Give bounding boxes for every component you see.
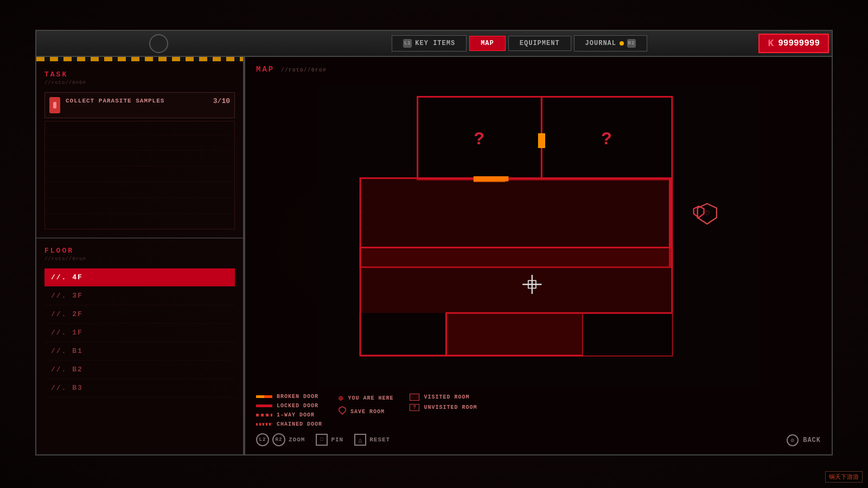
task-empty-rows [44, 121, 235, 229]
pin-control[interactable]: □ PIN [316, 434, 343, 446]
task-section-title: TASK [44, 70, 235, 79]
pin-label: PIN [331, 436, 343, 443]
task-name: COLLECT PARASITE SAMPLES [66, 97, 208, 105]
floor-item-4f[interactable]: //. 4F [44, 268, 235, 287]
top-nav-bar: L1 KEY ITEMS MAP EQUIPMENT JOURNAL R2 K … [35, 30, 833, 57]
floor-item-2f[interactable]: //. 2F [44, 305, 235, 324]
task-item: COLLECT PARASITE SAMPLES 3/10 [44, 92, 235, 118]
yellow-stripe-decoration [36, 57, 243, 61]
tab-map[interactable]: MAP [469, 36, 506, 51]
nav-tabs: L1 KEY ITEMS MAP EQUIPMENT JOURNAL R2 [280, 35, 758, 52]
l1-indicator: L1 [403, 39, 412, 48]
map-area-title: MAP //roto//0ro# [256, 65, 327, 74]
legend-oneway-door: 1-WAY DOOR [256, 412, 322, 418]
zoom-label: ZOOM [289, 436, 305, 443]
svg-rect-6 [539, 133, 545, 147]
tab-journal[interactable]: JOURNAL R2 [574, 35, 647, 52]
triangle-btn: △ [354, 434, 366, 446]
left-panel: TASK //roto//0#0# COLLECT PARASITE SAMPL… [35, 57, 244, 455]
reset-label: RESET [369, 436, 390, 443]
legend-broken-door: BROKEN DOOR [256, 394, 322, 400]
legend-visited-room-box [410, 394, 419, 401]
map-area-subtitle: //roto//0ro# [281, 67, 327, 73]
bottom-controls: L2 R2 ZOOM □ PIN △ RESET [256, 433, 821, 446]
r2-indicator: R2 [627, 39, 636, 48]
back-label: BACK [803, 436, 821, 444]
back-button[interactable]: ◎ BACK [787, 434, 821, 446]
floor-section: FLOOR //roto//0ro# //. 4F //. 3F //. 2F … [36, 237, 243, 406]
svg-rect-25 [474, 176, 509, 181]
r2-badge: R2 [272, 433, 285, 446]
task-section-subtitle: //roto//0#0# [44, 80, 235, 86]
legend-chained-door-line [256, 423, 272, 426]
svg-text:?: ? [601, 130, 612, 150]
legend-save-room: SAVE ROOM [339, 406, 393, 417]
task-icon [49, 97, 60, 113]
currency-display: K 99999999 [758, 34, 829, 53]
floor-item-1f[interactable]: //. 1F [44, 324, 235, 342]
svg-text:♡: ♡ [704, 209, 710, 219]
circle-btn: ◎ [787, 434, 799, 446]
legend-you-are-here: ⊕ YOU ARE HERE [339, 394, 393, 403]
legend-visited-room: VISITED ROOM [410, 394, 477, 401]
legend-locked-door: LOCKED DOOR [256, 403, 322, 409]
map-area: MAP //roto//0ro# ? ? [244, 57, 833, 455]
l2-badge: L2 [256, 433, 269, 446]
floor-section-title: FLOOR [44, 247, 235, 255]
nav-left-area [36, 34, 280, 53]
svg-rect-15 [360, 313, 446, 356]
save-room-shield-icon [339, 406, 346, 417]
floor-item-b3[interactable]: //. B3 [44, 379, 235, 397]
nav-circle-decoration [149, 34, 168, 53]
svg-rect-19 [446, 313, 583, 356]
task-section: TASK //roto//0#0# COLLECT PARASITE SAMPL… [36, 62, 243, 237]
svg-rect-20 [583, 313, 672, 356]
svg-text:?: ? [474, 130, 485, 150]
legend-col-1: BROKEN DOOR LOCKED DOOR 1-WAY DOOR CHAIN… [256, 394, 322, 427]
legend-broken-door-line [256, 395, 272, 398]
zoom-control[interactable]: L2 R2 ZOOM [256, 433, 305, 446]
legend-chained-door: CHAINED DOOR [256, 421, 322, 427]
floor-item-b2[interactable]: //. B2 [44, 361, 235, 379]
watermark: 铜天下游游 [825, 471, 863, 483]
map-display: ? ? ♡ [256, 84, 821, 389]
floor-section-subtitle: //roto//0ro# [44, 256, 235, 262]
legend-unvisited-room: ? UNVISITED ROOM [410, 404, 477, 411]
legend-locked-door-line [256, 404, 272, 407]
square-btn: □ [316, 434, 328, 446]
journal-notification-dot [620, 41, 624, 46]
currency-value: 99999999 [778, 38, 820, 48]
legend-oneway-door-line [256, 414, 272, 416]
legend-unvisited-room-box: ? [410, 404, 419, 411]
map-svg: ? ? ♡ [256, 84, 821, 389]
legend-col-3: VISITED ROOM ? UNVISITED ROOM [410, 394, 477, 411]
floor-item-3f[interactable]: //. 3F [44, 287, 235, 305]
tab-key-items[interactable]: L1 KEY ITEMS [392, 35, 467, 52]
task-progress: 3/10 [213, 97, 230, 105]
map-legend: BROKEN DOOR LOCKED DOOR 1-WAY DOOR CHAIN… [256, 394, 821, 427]
reset-control[interactable]: △ RESET [354, 434, 390, 446]
you-are-here-cross-icon: ⊕ [339, 394, 343, 403]
floor-item-b1[interactable]: //. B1 [44, 342, 235, 361]
tab-equipment[interactable]: EQUIPMENT [508, 36, 571, 51]
currency-symbol: K [768, 38, 774, 49]
legend-col-2: ⊕ YOU ARE HERE SAVE ROOM [339, 394, 393, 417]
